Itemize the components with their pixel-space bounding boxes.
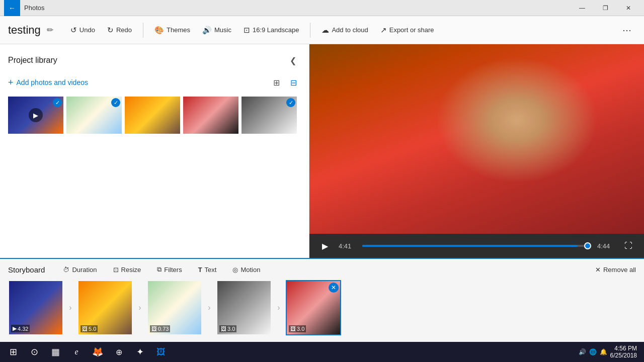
taskbar-time: 4:56 PM 6/25/2018 — [610, 345, 637, 359]
undo-button[interactable]: ↺ Undo — [65, 23, 100, 37]
taskbar-task-view[interactable]: ▦ — [45, 342, 65, 362]
taskbar-network-icon[interactable]: 🌐 — [589, 348, 597, 355]
library-thumb-yt[interactable]: ✓ ▶ — [8, 97, 63, 134]
library-collapse-button[interactable]: ❮ — [285, 52, 301, 68]
grid-view-button[interactable]: ⊞ — [269, 75, 284, 89]
view-controls: ⊞ ⊟ — [269, 75, 301, 89]
library-thumb-blondewoman[interactable]: ✓ — [242, 97, 297, 134]
taskbar-firefox[interactable]: 🦊 — [88, 342, 108, 362]
minimize-button[interactable]: — — [571, 0, 594, 16]
storyboard-item-close[interactable]: ✕ — [329, 283, 339, 293]
motion-icon: ◎ — [232, 266, 238, 274]
thumb-play-yt: ▶ — [29, 108, 43, 122]
storyboard-title: Storyboard — [8, 265, 45, 274]
sb-duration-lion: 🖼5.0 — [80, 325, 98, 332]
more-options-button[interactable]: ⋯ — [618, 21, 636, 39]
edit-title-icon[interactable]: ✏ — [47, 25, 53, 35]
sb-connector-3: › — [206, 280, 212, 335]
time-current: 4:41 — [339, 242, 356, 250]
toolbar: testing ✏ ↺ Undo ↻ Redo 🎨 Themes 🔊 Music… — [0, 16, 644, 44]
storyboard-item-red[interactable]: ✕ 🖼3.0 — [286, 280, 341, 335]
music-button[interactable]: 🔊 Music — [197, 23, 236, 37]
taskbar-unknown[interactable]: ✦ — [130, 342, 150, 362]
themes-icon: 🎨 — [154, 26, 164, 35]
library-panel: Project library ❮ + Add photos and video… — [0, 44, 309, 258]
thumb-check-horse: ✓ — [111, 98, 120, 107]
text-icon: T — [198, 266, 202, 274]
cloud-button[interactable]: ☁ Add to cloud — [316, 23, 373, 37]
redo-button[interactable]: ↻ Redo — [102, 23, 137, 37]
preview-controls: ▶ 4:41 4:44 ⛶ — [309, 234, 644, 258]
library-controls: + Add photos and videos ⊞ ⊟ — [8, 75, 301, 89]
taskbar: ⊞ ⊙ ▦ e 🦊 ⊕ ✦ 🖼 🔊 🌐 🔔 4:56 PM 6/25/2018 — [0, 342, 644, 362]
storyboard-item-horse[interactable]: 🖼0.73 — [147, 280, 202, 335]
music-icon: 🔊 — [202, 26, 212, 35]
taskbar-volume-icon[interactable]: 🔊 — [579, 348, 586, 355]
sb-connector-2: › — [137, 280, 143, 335]
library-thumb-lion[interactable] — [125, 97, 180, 134]
cloud-icon: ☁ — [321, 26, 329, 35]
motion-button[interactable]: ◎ Motion — [229, 264, 263, 275]
fullscreen-button[interactable]: ⛶ — [621, 238, 636, 253]
sb-duration-blonde: 🖼3.0 — [219, 325, 236, 332]
storyboard-item-yt[interactable]: ▶4.32 — [8, 280, 63, 335]
sb-duration-horse: 🖼0.73 — [150, 325, 170, 332]
remove-all-button[interactable]: ✕ Remove all — [595, 266, 636, 274]
storyboard-item-lion[interactable]: 🖼5.0 — [77, 280, 133, 335]
storyboard-item-blonde[interactable]: 🖼3.0 — [216, 280, 272, 335]
back-button[interactable]: ← — [4, 0, 20, 16]
library-thumb-redwoman[interactable] — [183, 97, 238, 134]
main-area: Project library ❮ + Add photos and video… — [0, 44, 644, 258]
export-button[interactable]: ↗ Export or share — [375, 23, 439, 37]
add-photos-button[interactable]: + Add photos and videos — [8, 77, 88, 88]
close-button[interactable]: ✕ — [617, 0, 640, 16]
text-button[interactable]: T Text — [195, 264, 220, 275]
maximize-button[interactable]: ❐ — [594, 0, 617, 16]
aspect-button[interactable]: ⊡ 16:9 Landscape — [238, 23, 304, 37]
export-icon: ↗ — [380, 26, 387, 35]
seekbar-thumb[interactable] — [584, 242, 591, 249]
thumbnails-grid: ✓ ▶ ✓ ✓ — [8, 97, 301, 134]
thumb-check-blonde: ✓ — [286, 98, 295, 107]
taskbar-notifications-icon[interactable]: 🔔 — [600, 348, 607, 355]
preview-video — [309, 44, 644, 234]
taskbar-chrome[interactable]: ⊕ — [109, 342, 129, 362]
storyboard-header: Storyboard ⏱ Duration ⊡ Resize ⧉ Filters… — [8, 264, 636, 275]
app-name: Photos — [24, 4, 44, 12]
sb-duration-red: 🖼3.0 — [289, 325, 306, 332]
filters-button[interactable]: ⧉ Filters — [154, 264, 185, 275]
titlebar: ← Photos — ❐ ✕ — [0, 0, 644, 16]
sb-connector-1: › — [67, 280, 73, 335]
preview-panel: ▶ 4:41 4:44 ⛶ — [309, 44, 644, 258]
add-icon: + — [8, 77, 14, 88]
remove-all-icon: ✕ — [595, 266, 601, 274]
resize-button[interactable]: ⊡ Resize — [110, 264, 144, 275]
taskbar-edge[interactable]: e — [66, 342, 87, 362]
seekbar[interactable] — [362, 245, 591, 247]
library-title: Project library — [8, 56, 57, 65]
taskbar-photos[interactable]: 🖼 — [151, 342, 171, 362]
duration-button[interactable]: ⏱ Duration — [60, 264, 100, 275]
play-button[interactable]: ▶ — [317, 238, 333, 253]
duration-icon: ⏱ — [63, 266, 69, 274]
undo-icon: ↺ — [70, 26, 77, 35]
library-thumb-horse[interactable]: ✓ — [66, 97, 122, 134]
taskbar-search[interactable]: ⊙ — [24, 342, 44, 362]
thumb-check-yt: ✓ — [53, 98, 62, 107]
resize-icon: ⊡ — [113, 266, 119, 274]
list-view-button[interactable]: ⊟ — [286, 75, 301, 89]
taskbar-right: 🔊 🌐 🔔 4:56 PM 6/25/2018 — [579, 345, 641, 359]
preview-background — [309, 44, 644, 234]
sb-duration-yt: ▶4.32 — [11, 325, 30, 332]
redo-icon: ↻ — [107, 26, 114, 35]
library-header: Project library ❮ — [8, 52, 301, 68]
storyboard-items: ▶4.32 › 🖼5.0 › 🖼0.73 › 🖼3.0 › — [8, 280, 636, 335]
toolbar-separator — [143, 23, 143, 38]
start-button[interactable]: ⊞ — [3, 342, 23, 362]
filters-icon: ⧉ — [157, 265, 162, 274]
themes-button[interactable]: 🎨 Themes — [149, 23, 195, 37]
project-title: testing — [8, 24, 41, 37]
time-total: 4:44 — [597, 242, 615, 250]
sb-connector-4: › — [276, 280, 282, 335]
seekbar-fill — [362, 245, 578, 247]
